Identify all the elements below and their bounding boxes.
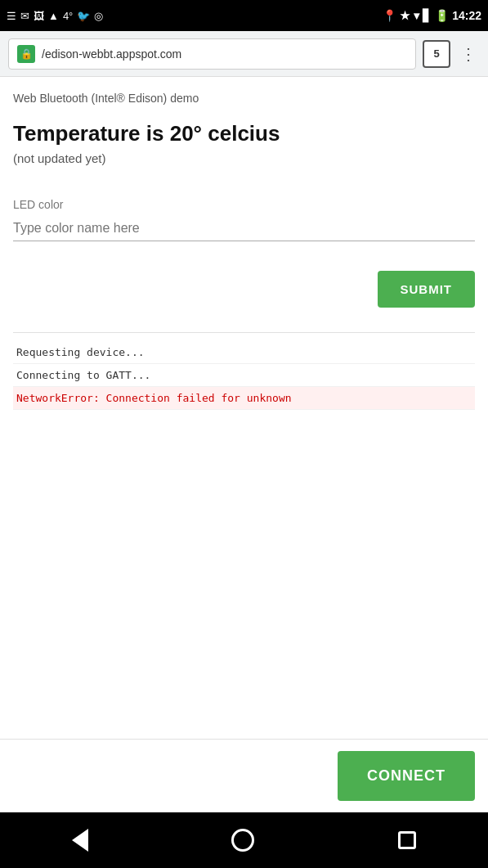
status-bar-right: 📍 ★ ▾ ▋ 🔋 14:22	[383, 9, 481, 22]
submit-row: SUBMIT	[13, 271, 475, 308]
temperature-heading: Temperature is 20° celcius	[13, 121, 475, 146]
log-line: Connecting to GATT...	[13, 364, 475, 387]
tab-count-button[interactable]: 5	[423, 40, 450, 68]
bluetooth-icon: ★	[400, 9, 410, 22]
page-subtitle: Web Bluetooth (Intel® Edison) demo	[13, 92, 475, 105]
lock-icon: 🔒	[17, 45, 35, 63]
location-icon: 📍	[383, 9, 396, 22]
log-line: NetworkError: Connection failed for unkn…	[13, 387, 475, 410]
address-bar: 🔒 /edison-webbt.appspot.com 5 ⋮	[0, 31, 488, 77]
nav-bar	[0, 812, 488, 868]
log-area: Requesting device...Connecting to GATT..…	[13, 332, 475, 418]
wifi-icon: ▾	[414, 9, 419, 22]
chrome-icon: ◎	[94, 10, 103, 22]
mountain-icon: ▲	[48, 10, 59, 22]
signal-icon: ▋	[423, 9, 432, 22]
browser-menu-button[interactable]: ⋮	[457, 41, 480, 67]
led-label: LED color	[13, 198, 475, 211]
connect-area: CONNECT	[0, 739, 488, 812]
home-button[interactable]	[231, 829, 254, 852]
recents-button[interactable]	[398, 831, 416, 849]
url-text: /edison-webbt.appspot.com	[42, 47, 407, 61]
clock: 14:22	[452, 9, 481, 22]
spacer	[13, 418, 475, 739]
back-button[interactable]	[72, 829, 88, 852]
menu-icon: ☰	[7, 10, 16, 22]
submit-button[interactable]: SUBMIT	[378, 271, 476, 308]
image-icon: 🖼	[34, 10, 44, 22]
battery-icon: 🔋	[435, 9, 449, 22]
status-bar: ☰ ✉ 🖼 ▲ 4° 🐦 ◎ 📍 ★ ▾ ▋ 🔋 14:22	[0, 0, 488, 31]
connect-button[interactable]: CONNECT	[338, 751, 475, 801]
address-field[interactable]: 🔒 /edison-webbt.appspot.com	[8, 38, 416, 70]
temperature-sub: (not updated yet)	[13, 151, 475, 165]
temp-icon: 4°	[63, 10, 73, 22]
status-bar-left: ☰ ✉ 🖼 ▲ 4° 🐦 ◎	[7, 10, 103, 22]
email-icon: ✉	[20, 10, 29, 22]
page-content: Web Bluetooth (Intel® Edison) demo Tempe…	[0, 77, 488, 739]
log-line: Requesting device...	[13, 341, 475, 364]
led-color-input[interactable]	[13, 216, 475, 241]
twitter-icon: 🐦	[77, 10, 90, 22]
led-section: LED color	[13, 198, 475, 241]
